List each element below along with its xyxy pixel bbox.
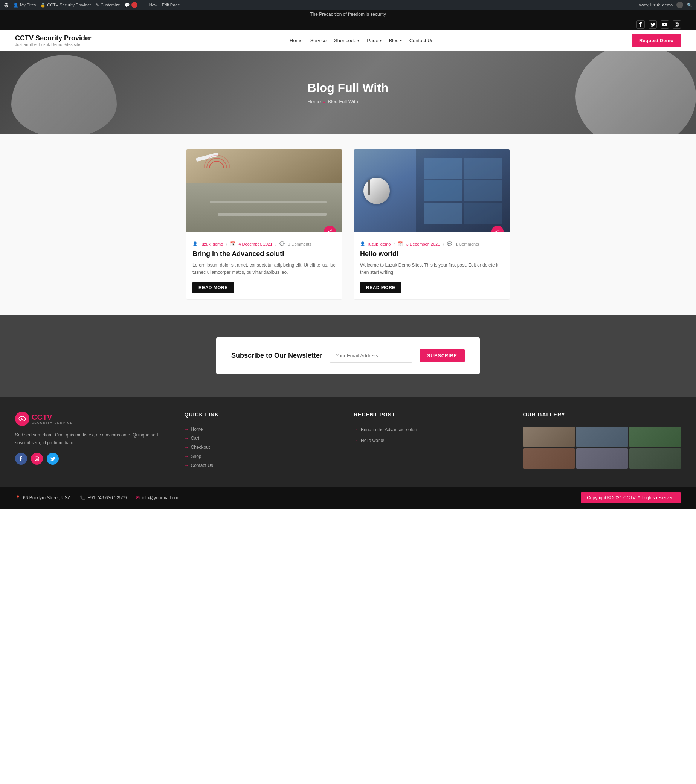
svg-point-1: [676, 24, 678, 26]
footer-logo-col: CCTV SECURITY SERVICE Sed sed sem diam. …: [15, 412, 173, 472]
request-demo-button[interactable]: Request Demo: [632, 34, 681, 47]
footer-quicklink-title: QUICK LINK: [185, 412, 219, 422]
customize-link[interactable]: Customize: [101, 3, 120, 7]
footer-logo-icon: [15, 412, 30, 426]
gallery-item-1[interactable]: [523, 427, 575, 447]
footer-bottom: 📍 66 Broklym Street, USA 📞 +91 749 6307 …: [0, 487, 696, 509]
quicklink-checkout: Checkout: [185, 445, 343, 450]
blog-card-1-image: [186, 150, 342, 232]
footer-recentpost-col: RECENT POST Bring in the Advanced soluti…: [354, 412, 512, 472]
footer-email: ✉ info@yourmail.com: [136, 495, 181, 501]
footer-quicklink-col: QUICK LINK Home Cart Checkout Shop Conta…: [185, 412, 343, 472]
footer-copyright: Copyright © 2021 CCTV. All rights reserv…: [581, 492, 681, 504]
blog-date-2: 3 December, 2021: [406, 242, 440, 246]
customize-item[interactable]: ✎ Customize: [96, 3, 120, 8]
quicklink-contact: Contact Us: [185, 463, 343, 468]
new-label: + New: [145, 3, 157, 7]
facebook-icon[interactable]: [637, 20, 645, 29]
my-sites-link[interactable]: My Sites: [20, 3, 36, 7]
nav-contact[interactable]: Contact Us: [409, 38, 434, 43]
blog-meta-2: 👤 luzuk_demo / 📅 3 December, 2021 / 💬 1 …: [360, 241, 503, 246]
nav-page[interactable]: Page: [367, 38, 381, 43]
gallery-item-2[interactable]: [576, 427, 628, 447]
nav-home[interactable]: Home: [290, 38, 303, 43]
youtube-icon[interactable]: [661, 20, 669, 29]
newsletter-box: Subscribe to Our Newsletter SUBSCRIBE: [216, 338, 480, 374]
gallery-item-5[interactable]: [576, 448, 628, 469]
quicklink-shop: Shop: [185, 454, 343, 459]
footer-contact-info: 📍 66 Broklym Street, USA 📞 +91 749 6307 …: [15, 495, 180, 501]
nav-service[interactable]: Service: [310, 38, 327, 43]
footer-recentpost-title: RECENT POST: [354, 412, 396, 422]
hero-section: Blog Full With Home » Blog Full With: [0, 51, 696, 134]
search-icon[interactable]: 🔍: [687, 3, 692, 8]
email-text: info@yourmail.com: [142, 495, 181, 501]
avatar[interactable]: [676, 2, 683, 8]
gallery-item-4[interactable]: [523, 448, 575, 469]
quicklink-checkout-link[interactable]: Checkout: [185, 445, 343, 450]
blog-author-1: luzuk_demo: [201, 242, 223, 246]
wp-logo-icon[interactable]: ⊕: [4, 2, 9, 9]
hero-title: Blog Full With: [308, 81, 389, 95]
instagram-icon[interactable]: [673, 20, 681, 29]
subscribe-button[interactable]: SUBSCRIBE: [420, 349, 465, 362]
phone-icon: 📞: [80, 495, 86, 501]
my-sites-item[interactable]: 👤 My Sites: [13, 3, 36, 8]
logo-area: CCTV Security Provider Just another Luzu…: [15, 34, 92, 47]
phone-text: +91 749 6307 2509: [88, 495, 127, 501]
quicklink-cart-link[interactable]: Cart: [185, 436, 343, 441]
footer-logo: CCTV SECURITY SERVICE: [15, 412, 173, 426]
quicklink-home: Home: [185, 427, 343, 432]
recent-post-link-1[interactable]: Bring in the Advanced soluti: [361, 427, 417, 433]
footer-twitter-button[interactable]: [47, 453, 59, 464]
svg-line-12: [496, 232, 499, 232]
comment-icon-2: 💬: [447, 241, 452, 246]
quicklink-contact-link[interactable]: Contact Us: [185, 463, 343, 468]
blog-section: 👤 luzuk_demo / 📅 4 December, 2021 / 💬 0 …: [0, 134, 696, 315]
nav-shortcode[interactable]: Shortcode: [334, 38, 359, 43]
blog-excerpt-2: Welcome to Luzuk Demo Sites. This is you…: [360, 262, 503, 276]
site-title-link[interactable]: CCTV Security Provider: [47, 3, 91, 7]
site-title-item[interactable]: 🔒 CCTV Security Provider: [40, 3, 91, 8]
blog-card-1-body: 👤 luzuk_demo / 📅 4 December, 2021 / 💬 0 …: [186, 232, 342, 299]
footer-instagram-button[interactable]: [31, 453, 43, 464]
breadcrumb-current: Blog Full With: [328, 99, 358, 104]
footer-social: [15, 453, 173, 464]
svg-line-6: [328, 230, 332, 232]
quicklink-shop-link[interactable]: Shop: [185, 454, 343, 459]
twitter-icon[interactable]: [648, 20, 657, 29]
newsletter-email-input[interactable]: [330, 349, 412, 362]
breadcrumb-separator: »: [323, 99, 325, 104]
comment-icon: 💬: [125, 3, 130, 8]
read-more-button-1[interactable]: READ MORE: [193, 282, 234, 293]
location-icon: 📍: [15, 495, 21, 501]
svg-line-7: [328, 232, 332, 232]
new-button[interactable]: + + New: [142, 3, 157, 7]
footer-description: Sed sed sem diam. Cras quis mattis ex, a…: [15, 431, 173, 446]
blog-date-1: 4 December, 2021: [238, 242, 272, 246]
read-more-button-2[interactable]: READ MORE: [360, 282, 401, 293]
logo-subtitle: Just another Luzuk Demo Sites site: [15, 42, 92, 47]
quicklink-home-link[interactable]: Home: [185, 427, 343, 432]
recent-post-1: Bring in the Advanced soluti: [354, 427, 512, 433]
comments-item[interactable]: 💬 0: [125, 2, 137, 8]
newsletter-title: Subscribe to Our Newsletter: [231, 352, 322, 360]
author-icon-2: 👤: [360, 241, 365, 246]
edit-page-link[interactable]: Edit Page: [162, 3, 180, 7]
svg-point-18: [38, 457, 38, 458]
breadcrumb-home[interactable]: Home: [308, 99, 321, 104]
my-sites-icon: 👤: [13, 3, 18, 8]
howdy-text: Howdy, luzuk_demo: [636, 3, 673, 7]
logo-title: CCTV Security Provider: [15, 34, 92, 43]
recent-post-link-2[interactable]: Hello world!: [361, 438, 384, 444]
blog-card-2-image: [354, 150, 510, 232]
blog-card-2-body: 👤 luzuk_demo / 📅 3 December, 2021 / 💬 1 …: [354, 232, 510, 299]
quicklink-cart: Cart: [185, 436, 343, 441]
recent-post-2: Hello world!: [354, 438, 512, 444]
gallery-item-6[interactable]: [629, 448, 681, 469]
footer-sub-text: SECURITY SERVICE: [31, 421, 73, 424]
footer-facebook-button[interactable]: [15, 453, 27, 464]
nav-blog[interactable]: Blog: [389, 38, 402, 43]
date-icon-1: 📅: [230, 241, 236, 246]
gallery-item-3[interactable]: [629, 427, 681, 447]
